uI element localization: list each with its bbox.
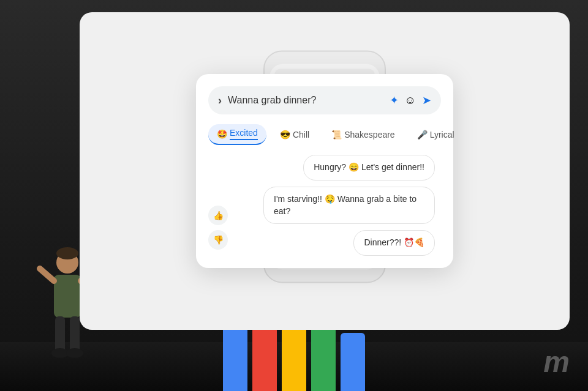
- tab-shakespeare[interactable]: 📜 Shakespeare: [323, 126, 404, 143]
- message-text-1: Hungry? 😄 Let's get dinner!!: [314, 162, 424, 172]
- message-row-3: Dinner??! ⏰🍕: [214, 230, 435, 256]
- tab-excited-emoji: 🤩: [217, 129, 227, 139]
- svg-rect-6: [70, 316, 80, 353]
- magic-pen-icon[interactable]: ✦: [390, 94, 399, 107]
- chat-messages-area: 👍 👎 Hungry? 😄 Let's get dinner!! I'm sta…: [208, 155, 441, 255]
- input-text-display: Wanna grab dinner?: [228, 95, 383, 106]
- tab-chill-label: Chill: [293, 130, 309, 140]
- tab-lyrical-emoji: 🎤: [417, 130, 428, 140]
- pillar-blue-2: [341, 333, 365, 391]
- message-bubble-3: Dinner??! ⏰🍕: [353, 230, 435, 256]
- input-bar[interactable]: › Wanna grab dinner? ✦ ☺ ➤: [208, 86, 441, 114]
- message-row-2: I'm starving!! 🤤 Wanna grab a bite to ea…: [214, 187, 435, 224]
- svg-rect-2: [54, 275, 81, 318]
- main-ui-card: › Wanna grab dinner? ✦ ☺ ➤ 🤩 Excited 😎 C…: [196, 74, 453, 267]
- feedback-icons-group: 👍 👎: [208, 206, 228, 250]
- message-text-3: Dinner??! ⏰🍕: [364, 237, 424, 247]
- send-icon[interactable]: ➤: [422, 94, 431, 107]
- presentation-screen: › Wanna grab dinner? ✦ ☺ ➤ 🤩 Excited 😎 C…: [80, 12, 570, 330]
- chevron-icon: ›: [218, 94, 222, 107]
- tab-lyrical[interactable]: 🎤 Lyrical: [409, 126, 463, 143]
- thumbs-up-button[interactable]: 👍: [208, 206, 228, 225]
- tab-excited-label: Excited: [230, 128, 258, 140]
- tab-excited[interactable]: 🤩 Excited: [208, 124, 266, 145]
- pillar-red: [252, 327, 277, 391]
- tab-chill[interactable]: 😎 Chill: [271, 126, 318, 143]
- message-text-2: I'm starving!! 🤤 Wanna grab a bite to ea…: [274, 194, 417, 216]
- tone-tabs-bar: 🤩 Excited 😎 Chill 📜 Shakespeare 🎤 Lyrica…: [208, 124, 441, 145]
- tab-shakespeare-label: Shakespeare: [344, 130, 395, 140]
- tab-chill-emoji: 😎: [280, 130, 290, 140]
- svg-point-1: [56, 247, 78, 259]
- tab-lyrical-label: Lyrical: [430, 130, 454, 140]
- emoji-icon[interactable]: ☺: [405, 94, 416, 107]
- message-row-1: Hungry? 😄 Let's get dinner!!: [214, 155, 435, 181]
- svg-point-8: [66, 348, 83, 358]
- svg-rect-5: [55, 316, 65, 353]
- message-bubble-1: Hungry? 😄 Let's get dinner!!: [303, 155, 435, 181]
- svg-point-7: [51, 348, 69, 358]
- message-bubble-2: I'm starving!! 🤤 Wanna grab a bite to ea…: [263, 187, 435, 224]
- watermark: m: [543, 345, 570, 379]
- pillar-green: [311, 321, 336, 391]
- tab-shakespeare-emoji: 📜: [331, 130, 342, 140]
- svg-line-3: [40, 269, 54, 281]
- thumbs-down-button[interactable]: 👎: [208, 230, 228, 250]
